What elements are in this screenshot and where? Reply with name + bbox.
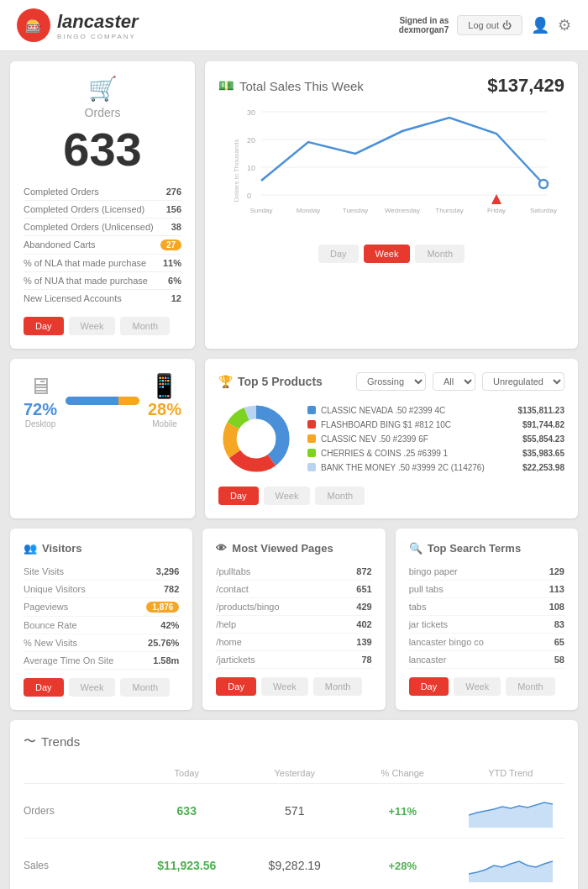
visitors-week-button[interactable]: Week (69, 678, 116, 697)
username: dexmorgan7 (399, 25, 449, 34)
logo-icon: 🎰 (17, 8, 50, 42)
order-stat-row: % of NLA that made purchase11% (24, 255, 181, 272)
grossing-select[interactable]: Grossing (356, 372, 426, 391)
all-select[interactable]: All (433, 372, 475, 391)
search-rows: bingo paper129pull tabs113tabs108jar tic… (409, 563, 564, 669)
sales-day-button[interactable]: Day (318, 245, 359, 263)
visitor-stat-row: Average Time On Site1.58m (24, 652, 179, 670)
trends-title-text: Trends (41, 734, 80, 749)
trends-col-yesterday: Yesterday (241, 768, 349, 778)
sales-week-button[interactable]: Week (364, 245, 411, 263)
gear-icon[interactable]: ⚙ (558, 16, 571, 34)
products-time-buttons: Day Week Month (218, 487, 564, 505)
trends-data-row: Orders 633 571 +11% (24, 784, 564, 839)
orders-rows: Completed Orders276Completed Orders (Lic… (24, 183, 181, 307)
sales-month-button[interactable]: Month (415, 245, 465, 263)
second-row: 🖥 72% Desktop 📱 28% Mobile 🏆 (10, 359, 578, 518)
orders-month-button[interactable]: Month (120, 317, 170, 335)
orders-day-button[interactable]: Day (24, 317, 64, 335)
trends-card: 〜 Trends Today Yesterday % Change YTD Tr… (10, 720, 578, 889)
product-name: CLASSIC NEV .50 #2399 6F (321, 434, 517, 444)
products-header: 🏆 Top 5 Products Grossing All Unregulate… (218, 372, 564, 391)
viewed-stat-row: /jartickets78 (216, 651, 371, 669)
products-week-button[interactable]: Week (264, 487, 311, 505)
sales-chart: 30 20 10 0 Dollars in Thousands (218, 103, 564, 238)
viewed-stat-row: /products/bingo429 (216, 598, 371, 616)
viewed-month-button[interactable]: Month (313, 677, 363, 696)
viewed-day-button[interactable]: Day (216, 677, 256, 696)
search-month-button[interactable]: Month (506, 677, 555, 696)
unregulated-select[interactable]: Unregulated (482, 372, 564, 391)
mobile-progress (118, 397, 139, 405)
svg-text:30: 30 (247, 108, 255, 117)
mobile-percent: 28% (148, 400, 181, 419)
cart-icon: 🛒 (24, 75, 181, 103)
search-terms-card: 🔍 Top Search Terms bingo paper129pull ta… (396, 529, 578, 710)
svg-text:Wednesday: Wednesday (385, 207, 420, 214)
viewed-stat-row: /help402 (216, 616, 371, 634)
product-row: CHERRIES & COINS .25 #6399 1$35,983.65 (307, 446, 564, 460)
trends-col-today: Today (133, 768, 241, 778)
search-day-button[interactable]: Day (409, 677, 449, 696)
visitors-day-button[interactable]: Day (24, 678, 64, 697)
products-month-button[interactable]: Month (315, 487, 365, 505)
header: 🎰 lancaster BINGO COMPANY Signed in as d… (0, 0, 588, 51)
search-stat-row: lancaster bingo co65 (409, 634, 564, 651)
order-stat-row: Completed Orders276 (24, 183, 181, 201)
product-row: BANK THE MONEY .50 #3999 2C (114276)$22,… (307, 460, 564, 475)
svg-text:Saturday: Saturday (530, 207, 557, 214)
sales-card: 💵 Total Sales This Week $137,429 30 20 1… (205, 61, 578, 349)
search-icon: 🔍 (409, 542, 423, 555)
mini-chart-svg (469, 849, 553, 882)
visitor-stat-row: Site Visits3,296 (24, 563, 179, 581)
search-stat-row: lancaster58 (409, 651, 564, 669)
logo: 🎰 lancaster BINGO COMPANY (17, 8, 139, 42)
visitors-rows: Site Visits3,296Unique Visitors782Pagevi… (24, 563, 179, 670)
sales-total: $137,429 (487, 75, 564, 97)
top-row: 🛒 Orders 633 Completed Orders276Complete… (10, 61, 578, 349)
svg-point-9 (539, 180, 548, 188)
orders-week-button[interactable]: Week (69, 317, 116, 335)
product-color (307, 434, 316, 443)
sales-time-buttons: Day Week Month (218, 245, 564, 263)
search-week-button[interactable]: Week (454, 677, 501, 696)
signed-in-label: Signed in as (399, 16, 449, 25)
mobile-label: Mobile (148, 419, 181, 429)
visitors-title: 👥 Visitors (24, 542, 179, 555)
desktop-stat: 🖥 72% Desktop (24, 372, 57, 429)
product-price: $91,744.82 (522, 420, 564, 429)
logout-button[interactable]: Log out ⏻ (457, 15, 522, 35)
products-title-text: Top 5 Products (238, 375, 323, 388)
product-color (307, 406, 316, 414)
trophy-icon: 🏆 (218, 375, 233, 388)
products-card: 🏆 Top 5 Products Grossing All Unregulate… (205, 359, 578, 518)
logo-sub: BINGO COMPANY (57, 33, 139, 40)
products-day-button[interactable]: Day (218, 487, 259, 505)
products-list: CLASSIC NEVADA .50 #2399 4C$135,811.23FL… (307, 403, 564, 475)
sales-header: 💵 Total Sales This Week $137,429 (218, 75, 564, 97)
viewed-stat-row: /contact651 (216, 581, 371, 598)
trends-header-row: Today Yesterday % Change YTD Trend (24, 763, 564, 784)
power-icon: ⏻ (502, 20, 512, 30)
user-icon[interactable]: 👤 (531, 16, 549, 34)
orders-time-buttons: Day Week Month (24, 317, 181, 335)
product-price: $55,854.23 (522, 434, 564, 444)
svg-text:Dollars in Thousands: Dollars in Thousands (233, 139, 240, 202)
visitors-title-text: Visitors (42, 542, 81, 555)
visitors-month-button[interactable]: Month (120, 678, 170, 697)
viewed-week-button[interactable]: Week (261, 677, 308, 696)
trends-data-row: Sales $11,923.56 $9,282.19 +28% (24, 839, 564, 889)
trends-yesterday: $9,282.19 (241, 859, 349, 872)
orders-count: 633 (24, 126, 181, 173)
device-card: 🖥 72% Desktop 📱 28% Mobile (10, 359, 195, 518)
product-color (307, 420, 316, 429)
product-price: $22,253.98 (522, 463, 564, 472)
trends-col-change: % Change (349, 768, 457, 778)
sales-icon: 💵 (218, 78, 234, 93)
trends-col-label (24, 768, 133, 778)
desktop-percent: 72% (24, 400, 57, 419)
logo-name: lancaster (57, 11, 139, 33)
product-name: CHERRIES & COINS .25 #6399 1 (321, 449, 517, 458)
svg-text:Monday: Monday (297, 207, 320, 214)
orders-card: 🛒 Orders 633 Completed Orders276Complete… (10, 61, 195, 349)
